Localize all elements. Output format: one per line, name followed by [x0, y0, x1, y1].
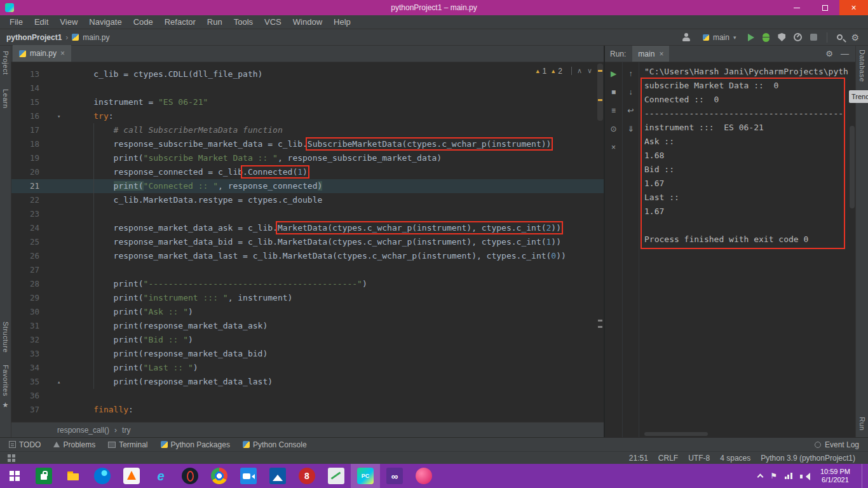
breadcrumb-project[interactable]: pythonProject1 — [6, 33, 62, 42]
status-info-0[interactable]: 21:51 — [629, 454, 648, 463]
volume-icon[interactable] — [800, 472, 809, 480]
rerun-button[interactable]: ▶ — [607, 67, 621, 80]
soft-wrap-button[interactable]: ↩ — [624, 104, 638, 117]
run-button[interactable] — [748, 34, 754, 41]
tool-button-run[interactable]: Run — [858, 417, 866, 431]
editor-scrollbar[interactable] — [596, 62, 604, 422]
status-info-2[interactable]: UTF-8 — [688, 454, 710, 463]
menu-item-vcs[interactable]: VCS — [259, 15, 287, 29]
tab-close-icon[interactable]: × — [60, 49, 65, 58]
taskbar-app-vlc[interactable] — [117, 464, 146, 488]
tab-main-py[interactable]: main.py × — [13, 45, 71, 62]
run-settings-gear-icon[interactable]: ⚙ — [825, 49, 833, 58]
taskbar-app-paint[interactable] — [409, 464, 438, 488]
close-button[interactable]: × — [839, 0, 868, 15]
menu-item-run[interactable]: Run — [201, 15, 228, 29]
inspection-warning-1[interactable]: ▲1 — [535, 67, 547, 76]
taskbar-app-pycharm[interactable]: PC — [351, 464, 380, 488]
tool-window-button-problems[interactable]: Problems — [53, 440, 95, 449]
coverage-icon[interactable] — [778, 33, 785, 41]
trend-tab[interactable]: Trend — [849, 90, 868, 103]
tool-button-learn[interactable]: Learn — [2, 89, 10, 109]
taskbar-app-camera-app[interactable] — [234, 464, 263, 488]
code-with-me-icon[interactable] — [682, 32, 691, 42]
fold-icon[interactable]: ▾ — [57, 109, 60, 123]
taskbar-app-edge[interactable] — [88, 464, 117, 488]
menu-item-edit[interactable]: Edit — [29, 15, 54, 29]
warning-stripe-mark[interactable] — [598, 70, 602, 72]
stop-button[interactable]: ■ — [607, 86, 621, 98]
taskbar-clock[interactable]: 10:59 PM 6/1/2021 — [817, 468, 854, 484]
event-log-button[interactable]: Event Log — [815, 440, 859, 449]
console-vscrollbar[interactable] — [850, 126, 855, 208]
tray-expand-icon[interactable] — [757, 474, 764, 480]
search-everywhere-icon[interactable] — [837, 34, 843, 40]
breadcrumb-function[interactable]: response_call() — [57, 426, 109, 435]
settings-gear-icon[interactable]: ⚙ — [851, 33, 859, 42]
menu-item-refactor[interactable]: Refactor — [159, 15, 201, 29]
taskbar-app-file-explorer[interactable] — [58, 464, 88, 488]
status-info-4[interactable]: Python 3.9 (pythonProject1) — [761, 454, 855, 463]
taskbar-app-visual-studio[interactable]: ∞ — [380, 464, 409, 488]
close-content-button[interactable]: × — [607, 141, 621, 154]
run-config-selector[interactable]: main ▾ — [699, 32, 740, 43]
bookmarks-star-icon[interactable]: ★ — [3, 401, 9, 409]
up-stack-trace-button[interactable]: ↑ — [624, 67, 638, 80]
flag-icon[interactable]: ⚑ — [770, 471, 777, 480]
tool-button-project[interactable]: Project — [2, 51, 10, 75]
stripe-mark[interactable] — [598, 320, 602, 322]
profiler-icon[interactable] — [794, 33, 802, 41]
menu-item-navigate[interactable]: Navigate — [83, 15, 127, 29]
taskbar-app-eight-ball[interactable]: 8 — [292, 464, 322, 488]
tool-button-favorites[interactable]: Favorites — [2, 365, 10, 396]
menu-item-tools[interactable]: Tools — [228, 15, 259, 29]
warning-stripe-mark[interactable] — [598, 99, 602, 101]
taskbar-app-opera[interactable] — [175, 464, 205, 488]
tool-window-button-python-console[interactable]: Python Console — [243, 440, 307, 449]
tool-window-switcher-icon[interactable] — [8, 454, 15, 462]
inspection-warning-2[interactable]: ▲2 — [550, 67, 562, 76]
console[interactable]: "C:\Users\Harsh Jani\PycharmProjects\pyt… — [639, 62, 855, 437]
run-tab-main[interactable]: main × — [632, 46, 669, 62]
run-tab-close-icon[interactable]: × — [659, 50, 663, 58]
menu-item-file[interactable]: File — [4, 15, 29, 29]
network-icon[interactable] — [785, 473, 792, 479]
scrollbar-thumb[interactable] — [597, 64, 603, 121]
taskbar-app-photos[interactable] — [263, 464, 292, 488]
debug-icon[interactable] — [763, 33, 770, 42]
taskbar-app-chrome[interactable] — [205, 464, 234, 488]
tool-button-structure[interactable]: Structure — [2, 322, 10, 353]
status-info-3[interactable]: 4 spaces — [720, 454, 750, 463]
pin-tab-button[interactable]: ⊙ — [607, 123, 621, 135]
editor[interactable]: 13c_lib = ctypes.CDLL(dll_file_path)1415… — [11, 62, 604, 422]
stop-icon[interactable] — [810, 34, 817, 41]
menu-item-window[interactable]: Window — [287, 15, 328, 29]
hide-panel-icon[interactable]: — — [841, 49, 849, 58]
console-hscrollbar[interactable] — [644, 432, 708, 436]
breadcrumb-block[interactable]: try — [122, 426, 130, 435]
tool-window-button-python-packages[interactable]: Python Packages — [161, 440, 230, 449]
code-line: 22c_lib.MarketData.restype = ctypes.c_do… — [11, 193, 604, 207]
menu-item-help[interactable]: Help — [328, 15, 356, 29]
prev-warning-icon[interactable]: ∧ — [577, 67, 582, 75]
tool-window-button-terminal[interactable]: Terminal — [108, 440, 147, 449]
taskbar-app-internet-explorer[interactable]: e — [146, 464, 175, 488]
tool-button-database[interactable]: Database — [858, 50, 866, 82]
show-desktop-button[interactable] — [862, 464, 865, 488]
taskbar-app-notes[interactable] — [322, 464, 351, 488]
menu-item-view[interactable]: View — [54, 15, 83, 29]
status-info-1[interactable]: CRLF — [658, 454, 678, 463]
tool-window-button-todo[interactable]: TODO — [9, 440, 41, 449]
next-warning-icon[interactable]: ∨ — [587, 67, 592, 75]
taskbar-start-button[interactable] — [0, 464, 29, 488]
menu-item-code[interactable]: Code — [128, 15, 159, 29]
fold-icon[interactable]: ▴ — [57, 375, 60, 389]
restore-layout-button[interactable]: ≡ — [607, 104, 621, 117]
scroll-to-end-button[interactable]: ⇓ — [624, 123, 638, 135]
maximize-button[interactable] — [811, 0, 839, 15]
breadcrumb-file[interactable]: main.py — [83, 33, 109, 42]
taskbar-app-store[interactable] — [29, 464, 58, 488]
minimize-button[interactable] — [782, 0, 811, 15]
down-stack-trace-button[interactable]: ↓ — [624, 86, 638, 98]
stripe-mark[interactable] — [598, 326, 602, 328]
